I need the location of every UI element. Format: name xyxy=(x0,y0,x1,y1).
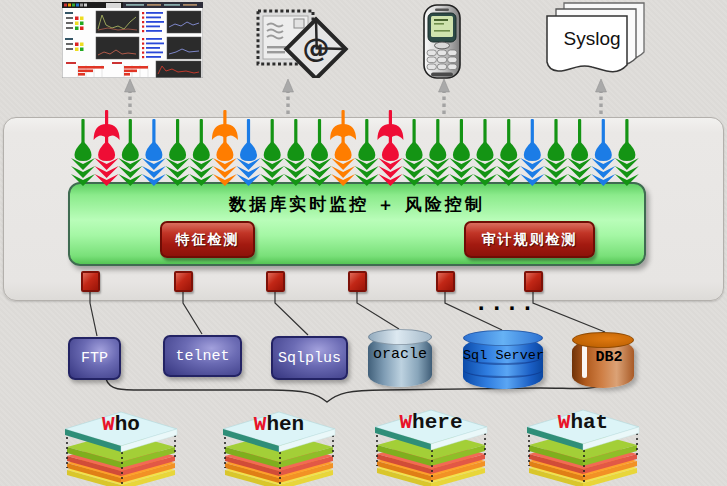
tap-square-1 xyxy=(81,271,100,292)
more-devices-ellipsis: .... xyxy=(474,290,524,317)
dimension-stack-who: Who xyxy=(60,408,180,486)
panel-title: 数据库实时监控 ＋ 风险控制 xyxy=(70,193,644,216)
device-sqlplus-label: Sqlplus xyxy=(278,350,341,367)
device-oracle-label: oracle xyxy=(368,346,432,363)
session-arrow-green xyxy=(118,119,142,186)
session-arrow-red xyxy=(94,110,120,186)
session-arrow-blue xyxy=(237,119,261,186)
mobile-phone-icon xyxy=(422,4,462,80)
tap-square-6 xyxy=(524,271,543,292)
session-arrow-orange xyxy=(212,110,238,186)
device-db2-cylinder: DB2 xyxy=(572,332,634,388)
session-arrow-green xyxy=(544,119,568,186)
device-sqlserver-label: Sql Server xyxy=(463,348,543,363)
dashboard-screenshot-icon xyxy=(62,2,203,78)
device-telnet-label: telnet xyxy=(175,348,229,365)
session-arrow-green xyxy=(260,119,284,186)
session-arrows-band xyxy=(70,108,650,188)
tap-square-5 xyxy=(436,271,455,292)
tap-square-2 xyxy=(174,271,193,292)
device-oracle-cylinder: oracle xyxy=(368,329,432,387)
stack-where-label: Where xyxy=(376,411,486,434)
feature-detection-button[interactable]: 特征检测 xyxy=(160,221,255,258)
tap-square-3 xyxy=(266,271,285,292)
session-arrow-green xyxy=(284,119,308,186)
session-arrow-orange xyxy=(330,110,356,186)
dimension-stack-where: Where xyxy=(370,406,490,486)
device-telnet: telnet xyxy=(163,335,242,377)
session-arrow-green xyxy=(497,119,521,186)
dimension-stack-what: What xyxy=(522,406,642,486)
stack-when-label: When xyxy=(224,413,334,436)
tap-square-4 xyxy=(348,271,367,292)
stack-what-label: What xyxy=(528,411,638,434)
session-arrow-green xyxy=(308,119,332,186)
device-db2-label: DB2 xyxy=(578,349,640,366)
audit-rules-button[interactable]: 审计规则检测 xyxy=(464,221,595,258)
cylinder-top xyxy=(368,329,432,345)
session-arrow-green xyxy=(402,119,426,186)
session-arrow-blue xyxy=(142,119,166,186)
session-arrow-green xyxy=(615,119,639,186)
dimension-stack-when: When xyxy=(218,408,338,486)
session-arrow-green xyxy=(568,119,592,186)
device-sqlserver-cylinder: Sql Server xyxy=(463,330,543,389)
cylinder-top xyxy=(572,332,634,348)
session-arrow-blue xyxy=(591,119,615,186)
session-arrow-green xyxy=(426,119,450,186)
svg-text:@: @ xyxy=(303,32,330,63)
cylinder-top xyxy=(463,330,543,346)
session-arrow-red xyxy=(377,110,403,186)
syslog-label: Syslog xyxy=(556,28,628,50)
session-arrow-green xyxy=(189,119,213,186)
session-arrow-green xyxy=(449,119,473,186)
diagram-canvas: @ xyxy=(0,0,727,486)
email-stamp-icon: @ xyxy=(254,8,350,78)
session-arrow-green xyxy=(166,119,190,186)
session-arrow-green xyxy=(355,119,379,186)
device-ftp: FTP xyxy=(68,337,121,380)
monitor-panel: 数据库实时监控 ＋ 风险控制 特征检测 审计规则检测 xyxy=(68,182,646,266)
session-arrow-blue xyxy=(520,119,544,186)
session-arrow-green xyxy=(473,119,497,186)
stack-who-label: Who xyxy=(66,413,176,436)
session-arrow-green xyxy=(71,119,95,186)
device-ftp-label: FTP xyxy=(81,350,108,367)
device-sqlplus: Sqlplus xyxy=(271,336,348,380)
cylinder-ridge xyxy=(464,363,542,378)
